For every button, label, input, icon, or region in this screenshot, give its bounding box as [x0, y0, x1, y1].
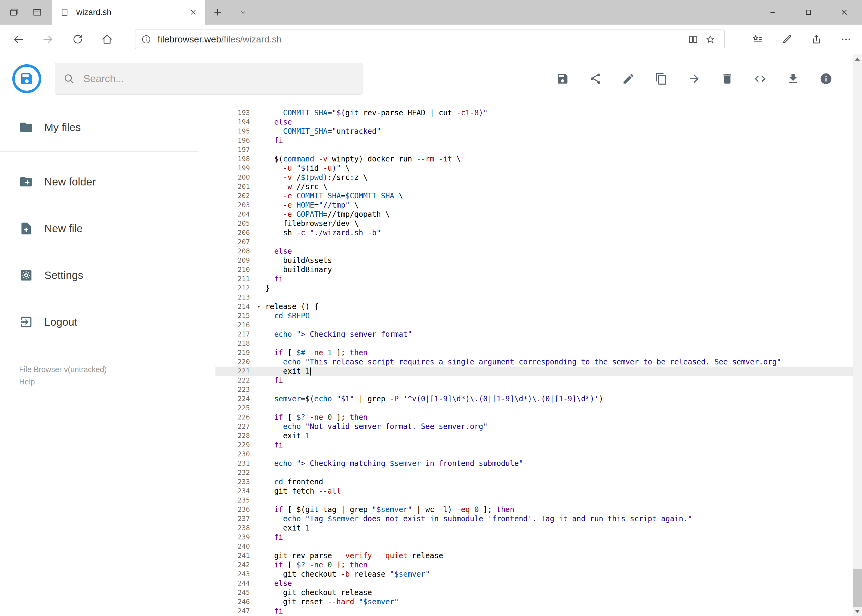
- save-button[interactable]: [556, 72, 569, 85]
- search-input[interactable]: [83, 72, 354, 85]
- code-line[interactable]: 220 echo "This release script requires a…: [216, 357, 853, 366]
- code-line[interactable]: 202 -e COMMIT_SHA=$COMMIT_SHA \: [216, 191, 853, 201]
- code-line[interactable]: 229 fi: [216, 440, 853, 449]
- code-line[interactable]: 219 if [ $# -ne 1 ]; then: [216, 348, 853, 357]
- code-line[interactable]: 197: [216, 145, 853, 154]
- code-line[interactable]: 241 git rev-parse --verify --quiet relea…: [216, 551, 853, 560]
- code-line[interactable]: 215 cd $REPO: [216, 311, 853, 321]
- code-line[interactable]: 231 echo "> Checking matching $semver in…: [216, 459, 853, 468]
- search-box[interactable]: [55, 63, 362, 95]
- copy-button[interactable]: [655, 72, 668, 85]
- code-line[interactable]: 225: [216, 404, 853, 413]
- code-line[interactable]: 216: [216, 321, 853, 330]
- code-line[interactable]: 217 echo "> Checking semver format": [216, 330, 853, 339]
- favorites-hub-button[interactable]: [746, 28, 769, 50]
- vertical-scrollbar[interactable]: [853, 55, 862, 616]
- code-line[interactable]: 213: [216, 293, 853, 302]
- add-favorite-button[interactable]: [702, 31, 719, 48]
- code-line[interactable]: 245 git checkout release: [216, 588, 853, 597]
- code-line[interactable]: 211 fi: [216, 274, 853, 284]
- address-bar[interactable]: filebrowser.web/files/wizard.sh: [135, 30, 725, 49]
- tab-close-icon[interactable]: [189, 8, 197, 16]
- share-button[interactable]: [589, 72, 602, 85]
- browser-tab-wizard-sh[interactable]: wizard.sh: [52, 0, 205, 25]
- code-line[interactable]: 214▾release () {: [216, 302, 853, 311]
- code-line[interactable]: 230: [216, 449, 853, 459]
- home-button[interactable]: [96, 28, 118, 50]
- code-line[interactable]: 208 else: [216, 247, 853, 256]
- code-line[interactable]: 232: [216, 468, 853, 477]
- forward-button[interactable]: [37, 28, 59, 50]
- sidebar-item-new-folder[interactable]: New folder: [0, 165, 216, 198]
- code-line[interactable]: 226 if [ $? -ne 0 ]; then: [216, 413, 853, 422]
- code-line[interactable]: 237 echo "Tag $semver does not exist in …: [216, 514, 853, 523]
- code-line[interactable]: 199 -u "$(id -u)" \: [216, 163, 853, 173]
- code-line[interactable]: 228 exit 1: [216, 431, 853, 440]
- set-aside-tabs-button[interactable]: [6, 0, 22, 25]
- code-line[interactable]: 207: [216, 237, 853, 247]
- scroll-down-button[interactable]: [853, 607, 862, 616]
- tab-list-dropdown-button[interactable]: [235, 0, 252, 25]
- sidebar-item-settings[interactable]: Settings: [0, 259, 216, 292]
- settings-more-button[interactable]: [835, 28, 857, 50]
- window-close-button[interactable]: [826, 0, 862, 25]
- edit-button[interactable]: [622, 72, 635, 85]
- info-button[interactable]: [819, 72, 833, 85]
- reading-view-button[interactable]: [684, 31, 702, 48]
- raw-code-button[interactable]: [753, 72, 767, 85]
- site-info-icon[interactable]: [141, 34, 151, 45]
- filebrowser-logo[interactable]: [12, 64, 41, 93]
- code-line[interactable]: 221 exit 1: [216, 366, 853, 376]
- help-link[interactable]: Help: [19, 376, 107, 388]
- share-page-button[interactable]: [805, 28, 827, 50]
- move-button[interactable]: [687, 72, 701, 85]
- code-line[interactable]: 222 fi: [216, 376, 853, 385]
- code-line[interactable]: 201 -w //src \: [216, 182, 853, 191]
- code-line[interactable]: 234 git fetch --all: [216, 487, 853, 496]
- code-line[interactable]: 203 -e HOME="//tmp" \: [216, 201, 853, 210]
- code-line[interactable]: 236 if [ $(git tag | grep "$semver" | wc…: [216, 505, 853, 514]
- code-line[interactable]: 233 cd frontend: [216, 477, 853, 487]
- code-line[interactable]: 218: [216, 339, 853, 348]
- code-line[interactable]: 198 $(command -v winpty) docker run --rm…: [216, 154, 853, 163]
- fold-marker-icon[interactable]: ▾: [257, 302, 260, 311]
- delete-button[interactable]: [720, 72, 734, 85]
- window-maximize-button[interactable]: [791, 0, 826, 25]
- code-line[interactable]: 200 -v /$(pwd):/src:z \: [216, 173, 853, 182]
- download-button[interactable]: [786, 72, 800, 85]
- code-line[interactable]: 205 filebrowser/dev \: [216, 219, 853, 228]
- code-line[interactable]: 246 git reset --hard "$semver": [216, 597, 853, 607]
- code-line[interactable]: 209 buildAssets: [216, 256, 853, 265]
- code-line[interactable]: 240: [216, 542, 853, 551]
- scroll-up-button[interactable]: [853, 55, 862, 64]
- sidebar-item-new-file[interactable]: New file: [0, 212, 216, 245]
- sidebar-item-logout[interactable]: Logout: [0, 305, 216, 339]
- code-editor[interactable]: 193 COMMIT_SHA="$(git rev-parse HEAD | c…: [216, 103, 853, 616]
- code-line[interactable]: 242 if [ $? -ne 0 ]; then: [216, 560, 853, 570]
- code-line[interactable]: 235: [216, 496, 853, 505]
- code-line[interactable]: 243 git checkout -b release "$semver": [216, 570, 853, 579]
- new-tab-button[interactable]: [207, 0, 229, 25]
- scrollbar-thumb[interactable]: [853, 569, 862, 607]
- web-notes-button[interactable]: [776, 28, 798, 50]
- code-line[interactable]: 227 echo "Not valid semver format. See s…: [216, 422, 853, 431]
- tabs-you-set-aside-button[interactable]: [30, 0, 45, 25]
- code-line[interactable]: 224 semver=$(echo "$1" | grep -P '^v(0|[…: [216, 394, 853, 404]
- code-line[interactable]: 238 exit 1: [216, 523, 853, 533]
- code-line[interactable]: 193 COMMIT_SHA="$(git rev-parse HEAD | c…: [216, 108, 853, 118]
- code-line[interactable]: 195 COMMIT_SHA="untracked": [216, 127, 853, 136]
- code-line[interactable]: 239 fi: [216, 533, 853, 542]
- code-line[interactable]: 210 buildBinary: [216, 265, 853, 274]
- code-line[interactable]: 247 fi: [216, 607, 853, 616]
- code-line[interactable]: 212}: [216, 284, 853, 293]
- code-line[interactable]: 244 else: [216, 579, 853, 588]
- code-line[interactable]: 194 else: [216, 118, 853, 127]
- back-button[interactable]: [7, 28, 30, 50]
- refresh-button[interactable]: [66, 28, 89, 50]
- code-line[interactable]: 223: [216, 385, 853, 394]
- code-line[interactable]: 206 sh -c "./wizard.sh -b": [216, 228, 853, 237]
- code-line[interactable]: 204 -e GOPATH=//tmp/gopath \: [216, 210, 853, 219]
- sidebar-item-my-files[interactable]: My files: [0, 111, 216, 144]
- window-minimize-button[interactable]: [755, 0, 791, 25]
- code-line[interactable]: 196 fi: [216, 136, 853, 145]
